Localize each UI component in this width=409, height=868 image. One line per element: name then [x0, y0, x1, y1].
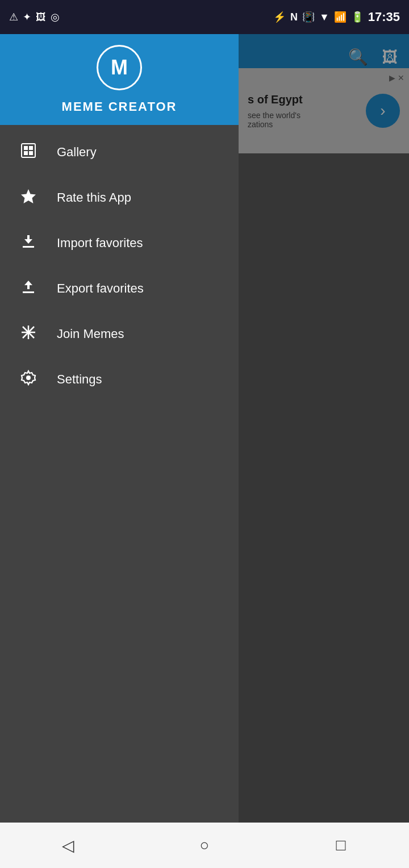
gallery-menu-icon: [18, 143, 39, 162]
battery-icon: 🔋: [351, 11, 364, 23]
menu-item-join[interactable]: Join Memes: [0, 311, 239, 357]
svg-marker-7: [24, 235, 32, 244]
warning-icon: ⚠: [9, 11, 18, 23]
join-menu-icon: [18, 324, 39, 344]
logo-letter: M: [111, 56, 128, 80]
menu-item-import[interactable]: Import favorites: [0, 220, 239, 266]
recent-button[interactable]: □: [318, 828, 364, 862]
status-bar: ⚠ ✦ 🖼 ◎ ⚡ N 📳 ▼ 📶 🔋 17:35: [0, 0, 409, 34]
menu-item-rate[interactable]: Rate this App: [0, 175, 239, 220]
navigation-drawer: M MEME CREATOR Gallery: [0, 0, 239, 868]
gallery-menu-label: Gallery: [57, 145, 97, 160]
import-menu-icon: [18, 233, 39, 253]
status-right-area: ⚡ N 📳 ▼ 📶 🔋 17:35: [273, 10, 400, 24]
svg-rect-2: [29, 146, 33, 150]
back-icon: ◁: [62, 836, 74, 855]
vibrate-icon: 📳: [302, 11, 315, 23]
image-status-icon: 🖼: [36, 11, 46, 23]
svg-rect-4: [29, 151, 33, 155]
home-button[interactable]: ○: [182, 828, 227, 862]
app-logo: M: [97, 45, 142, 90]
recent-icon: □: [336, 836, 346, 854]
join-menu-label: Join Memes: [57, 327, 124, 341]
signal-icon: 📶: [334, 11, 347, 23]
svg-rect-8: [23, 291, 34, 293]
svg-marker-9: [24, 281, 32, 289]
export-menu-icon: [18, 279, 39, 299]
home-icon: ○: [200, 836, 210, 854]
import-menu-label: Import favorites: [57, 236, 143, 251]
svg-rect-0: [22, 144, 35, 157]
star-menu-icon: [18, 188, 39, 208]
bluetooth-icon: ⚡: [273, 11, 286, 23]
svg-rect-1: [24, 146, 28, 150]
time-display: 17:35: [368, 10, 400, 24]
nfc-icon: N: [290, 11, 298, 23]
wifi-icon: ▼: [319, 11, 329, 23]
status-left-icons: ⚠ ✦ 🖼 ◎: [9, 11, 60, 23]
bottom-navigation: ◁ ○ □: [0, 823, 409, 868]
menu-item-export[interactable]: Export favorites: [0, 266, 239, 311]
nav-icon: ✦: [23, 11, 31, 23]
svg-rect-3: [24, 151, 28, 155]
rate-menu-label: Rate this App: [57, 190, 131, 205]
app-title: MEME CREATOR: [62, 99, 177, 114]
circle-status-icon: ◎: [51, 11, 60, 23]
settings-menu-icon: [18, 370, 39, 390]
menu-item-gallery[interactable]: Gallery: [0, 130, 239, 175]
export-menu-label: Export favorites: [57, 281, 144, 296]
svg-marker-5: [21, 189, 36, 203]
settings-menu-label: Settings: [57, 372, 102, 387]
menu-item-settings[interactable]: Settings: [0, 357, 239, 402]
back-button[interactable]: ◁: [45, 828, 91, 862]
svg-rect-6: [23, 246, 34, 248]
drawer-menu: Gallery Rate this App Import favorites: [0, 125, 239, 868]
svg-point-14: [26, 375, 31, 380]
